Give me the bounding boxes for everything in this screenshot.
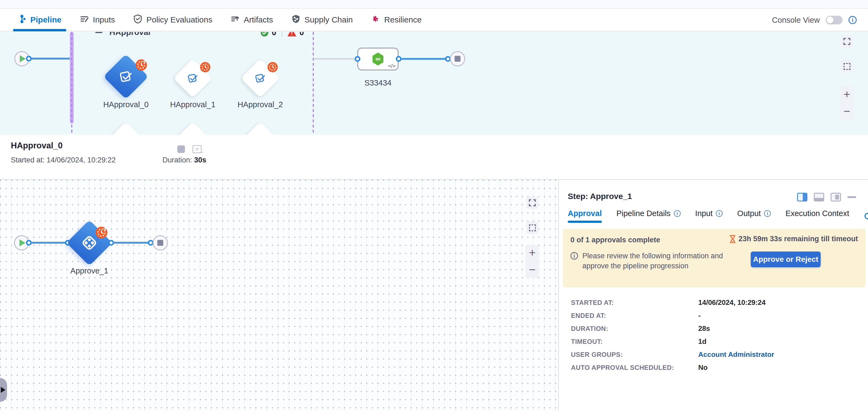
console-view-toggle[interactable] (826, 16, 842, 24)
collapse-stage-icon[interactable] (95, 32, 102, 33)
connector-dot (355, 56, 360, 62)
connector-dot (26, 56, 32, 61)
tab-artifacts[interactable]: Artifacts (229, 9, 275, 31)
inputs-icon (80, 14, 89, 25)
step-label[interactable]: HApproval_2 (228, 100, 293, 109)
tab-supply-chain[interactable]: Supply Chain (290, 9, 354, 31)
step-status-icons: ✕→ (177, 145, 202, 153)
pipeline-execution-page: Pipeline Inputs Policy Evaluations Artif… (0, 0, 868, 411)
layout-floating-panel-button[interactable] (831, 193, 841, 201)
panel-tabbar: Approval Pipeline Detailsi Inputi Output… (568, 209, 868, 223)
layout-right-drawer-button[interactable] (797, 193, 807, 201)
supply-chain-shield-icon (291, 14, 300, 26)
stage-header: HApproval (95, 32, 151, 37)
info-icon[interactable]: i (764, 210, 771, 217)
step-node-peek[interactable] (241, 122, 279, 135)
info-icon: i (570, 252, 578, 260)
timeout-remaining: 23h 59m 33s remaining till timeout (730, 235, 858, 243)
edge-start-to-step (31, 242, 68, 244)
tab-resilience[interactable]: Resilience (370, 9, 423, 31)
zoom-out-button[interactable]: − (529, 264, 536, 275)
detail-row-timeout: TIMEOUT: 1d (571, 337, 858, 350)
timeout-clock-badge (95, 226, 108, 239)
layout-bottom-drawer-button[interactable] (814, 193, 824, 201)
console-view-control: Console View i (772, 9, 857, 31)
info-icon[interactable]: i (674, 210, 681, 217)
stop-icon (455, 56, 461, 62)
window-top-strip (0, 0, 868, 9)
hourglass-icon (730, 235, 736, 243)
policy-shield-icon (133, 14, 142, 26)
detail-row-ended-at: ENDED AT: - (571, 311, 858, 324)
tab-policy-evaluations[interactable]: Policy Evaluations (132, 9, 214, 31)
step-label[interactable]: HApproval_1 (160, 100, 225, 109)
approval-message-block: i Please review the following informatio… (570, 251, 736, 271)
panel-layout-controls (797, 193, 856, 201)
success-count: 0 (272, 32, 276, 37)
timeout-clock-badge (135, 59, 147, 71)
node-label[interactable]: S33434 (348, 78, 408, 88)
play-icon (20, 55, 26, 62)
refresh-button[interactable]: Re (864, 212, 868, 220)
approval-message: Please review the following information … (582, 251, 736, 271)
user-groups-link[interactable]: Account Administrator (698, 350, 774, 359)
status-square-icon (177, 146, 185, 153)
fullscreen-button[interactable] (841, 35, 853, 48)
console-view-info-icon[interactable]: i (848, 16, 857, 24)
pipeline-end-node[interactable] (450, 51, 465, 66)
tab-supply-chain-label: Supply Chain (305, 15, 353, 24)
tab-inputs[interactable]: Inputs (78, 9, 117, 31)
detail-row-user-groups: USER GROUPS: Account Administrator (571, 350, 858, 363)
timeout-clock-badge (200, 62, 211, 72)
panel-tab-output[interactable]: Outputi (737, 209, 771, 223)
marquee-select-button[interactable] (526, 221, 538, 234)
marquee-select-button[interactable] (841, 60, 853, 72)
edge-stage-to-node (313, 58, 358, 60)
stage-name[interactable]: HApproval (110, 32, 151, 37)
tab-inputs-label: Inputs (93, 15, 115, 24)
approvals-progress: 0 of 1 approvals complete (570, 236, 660, 244)
pipeline-graph-canvas[interactable]: HApproval 0 0 HApproval_0 (0, 32, 868, 135)
stage-right-dashed-line (313, 32, 314, 135)
approval-step-icon (118, 68, 134, 85)
panel-tab-input[interactable]: Inputi (695, 209, 723, 223)
approval-step-icon (186, 71, 199, 85)
step-node-peek[interactable] (174, 122, 212, 135)
tab-pipeline[interactable]: Pipeline (16, 9, 63, 31)
minimize-panel-button[interactable] (847, 196, 856, 198)
connector-dot (396, 56, 402, 62)
duration-label: Duration: (162, 156, 192, 164)
execution-tabbar: Pipeline Inputs Policy Evaluations Artif… (0, 9, 868, 31)
drawer-expand-handle[interactable] (0, 378, 7, 402)
marquee-icon (844, 63, 850, 70)
stage-status-badges: 0 0 (260, 32, 304, 37)
play-icon (20, 239, 26, 246)
step-graph-end-node[interactable] (153, 235, 168, 250)
detail-row-auto-approval: AUTO APPROVAL SCHEDULED: No (571, 363, 858, 376)
panel-title: Step: Approve_1 (568, 192, 632, 201)
step-label[interactable]: Approve_1 (57, 266, 122, 275)
zoom-in-button[interactable]: + (844, 89, 850, 100)
step-node-peek[interactable] (107, 122, 145, 135)
tab-resilience-label: Resilience (384, 15, 422, 24)
tab-artifacts-label: Artifacts (244, 15, 273, 24)
zoom-out-button[interactable]: − (844, 105, 850, 117)
open-execution-icon[interactable]: ✕→ (192, 145, 202, 153)
selected-step-started-at: Started at: 14/06/2024, 10:29:22 (11, 156, 116, 164)
panel-tab-pipeline-details[interactable]: Pipeline Detailsi (617, 209, 681, 223)
selected-step-bar: HApproval_0 Started at: 14/06/2024, 10:2… (0, 135, 868, 180)
zoom-in-button[interactable]: + (529, 247, 536, 259)
selected-step-duration: Duration: 30s (162, 156, 206, 164)
approve-or-reject-button[interactable]: Approve or Reject (751, 252, 820, 267)
approval-step-icon (253, 71, 267, 85)
panel-tab-approval[interactable]: Approval (568, 209, 602, 223)
step-graph-canvas[interactable]: Approve_1 + − (0, 180, 558, 411)
resilience-icon (371, 14, 380, 25)
step-label[interactable]: HApproval_0 (93, 100, 158, 109)
info-icon[interactable]: i (716, 210, 723, 217)
stop-icon (157, 240, 163, 246)
fullscreen-button[interactable] (526, 196, 538, 209)
toggle-knob (827, 17, 834, 24)
panel-tab-execution-context[interactable]: Execution Context (785, 209, 849, 223)
step-node-s33434[interactable]: ∞ </> (358, 48, 399, 70)
